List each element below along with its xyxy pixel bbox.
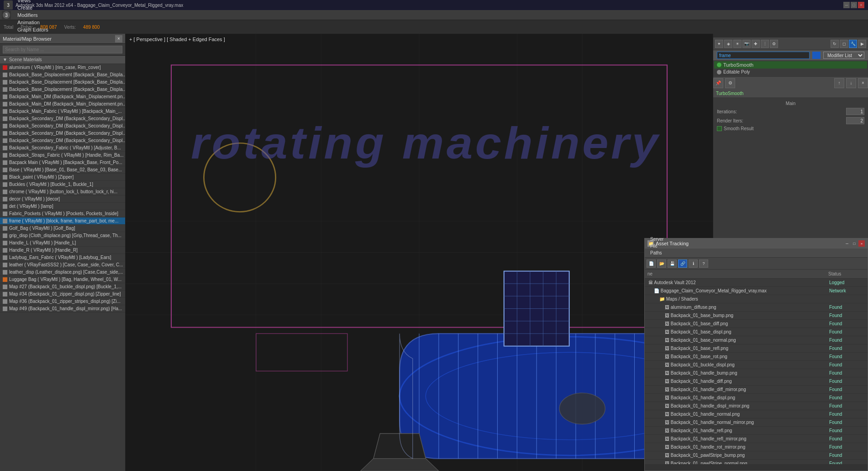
asset-row[interactable]: 🖼 Backpack_01_pawlStripe_bump.pngFound <box>645 451 868 460</box>
asset-close-btn[interactable]: × <box>858 240 865 247</box>
asset-row[interactable]: 🖼 Backpack_01_base_refl.pngFound <box>645 344 868 353</box>
mod-create-btn[interactable]: ✦ <box>715 40 723 48</box>
smooth-result-checkbox[interactable] <box>717 126 722 131</box>
asset-row[interactable]: 🖼 Backpack_01_buckle_displ.pngFound <box>645 361 868 369</box>
material-item[interactable]: Base ( VRayMtl ) [Base_01, Base_02, Base… <box>0 166 125 174</box>
close-btn[interactable]: × <box>858 2 864 8</box>
viewport-area[interactable]: + [ Perspective ] [ Shaded + Edged Faces… <box>126 34 713 471</box>
material-item[interactable]: Backpack_Straps_Fabric ( VRayMtl ) [Hand… <box>0 152 125 159</box>
material-item[interactable]: Handle_R ( VRayMtl ) [Handle_R] <box>0 247 125 254</box>
material-item[interactable]: Map #36 (Backpack_01_zipper_stripes_disp… <box>0 298 125 305</box>
material-browser-close[interactable]: × <box>115 35 122 42</box>
asset-row[interactable]: 🖼 Backpack_01_handle_normal.pngFound <box>645 410 868 418</box>
material-item[interactable]: chrome ( VRayMtl ) [button_lock_l, butto… <box>0 188 125 196</box>
asset-help-btn[interactable]: ? <box>699 259 708 268</box>
object-name-field[interactable]: frame <box>717 52 810 59</box>
mod-helper-btn[interactable]: ✚ <box>752 40 760 48</box>
mod-delete-btn[interactable]: × <box>858 78 868 88</box>
mod-arrow-up-btn[interactable]: ↑ <box>834 78 844 88</box>
menu-item-modifiers[interactable]: Modifiers <box>14 11 52 19</box>
iterations-input[interactable] <box>846 108 864 115</box>
mod-space-btn[interactable]: ⋮ <box>761 40 769 48</box>
material-item[interactable]: Ladybug_Ears_Fabric ( VRayMtl ) [Ladybug… <box>0 254 125 261</box>
mod-system-btn[interactable]: ⚙ <box>770 40 778 48</box>
asset-minimize-btn[interactable]: ─ <box>844 240 850 247</box>
material-item[interactable]: Backpack_Secondary_DM (Backpack_Secondar… <box>0 137 125 144</box>
mod-configure-btn[interactable]: ⚙ <box>725 78 735 88</box>
material-item[interactable]: Backpack_Secondary_DM (Backpack_Secondar… <box>0 122 125 130</box>
material-item[interactable]: leather_disp (Leather_displace.png) [Cas… <box>0 269 125 276</box>
material-item[interactable]: Backpack_Base_Displacement [Backpack_Bas… <box>0 79 125 86</box>
render-iters-input[interactable] <box>846 117 864 124</box>
material-item[interactable]: Map #34 (Backpack_01_zipper_displ.png) [… <box>0 291 125 298</box>
asset-row[interactable]: 🖼 Backpack_01_base_bump.pngFound <box>645 312 868 320</box>
asset-row[interactable]: 🖼 Backpack_01_base_diff.pngFound <box>645 320 868 328</box>
asset-row[interactable]: 🖼 Backpack_01_handle_refl.pngFound <box>645 427 868 435</box>
asset-row[interactable]: 🏛 Autodesk Vault 2012Logged <box>645 279 868 287</box>
material-item[interactable]: Golf_Bag ( VRayMtl ) [Golf_Bag] <box>0 225 125 232</box>
asset-row[interactable]: 🖼 Backpack_01_base_displ.pngFound <box>645 328 868 336</box>
asset-maximize-btn[interactable]: □ <box>851 240 857 247</box>
material-item[interactable]: Map #49 (Backpack_01_handle_displ_mirror… <box>0 305 125 312</box>
mod-utility-btn[interactable]: 🔧 <box>849 40 857 48</box>
menu-item-create[interactable]: Create <box>14 4 52 11</box>
object-color-swatch[interactable] <box>812 52 821 59</box>
material-item[interactable]: decor ( VRayMtl ) [decor] <box>0 196 125 203</box>
asset-menu-item-paths[interactable]: Paths <box>647 249 722 256</box>
mod-pin-btn[interactable]: 📌 <box>713 78 723 88</box>
modifier-list-dropdown[interactable]: Modifier List <box>823 52 864 59</box>
asset-menu-item-file[interactable]: File <box>647 243 722 249</box>
material-item[interactable]: Map #27 (Backpack_01_buckle_displ.png) [… <box>0 283 125 291</box>
asset-row[interactable]: 📄 Baggage_Claim_Conveyor_Metal_Rigged_vr… <box>645 287 868 295</box>
asset-row[interactable]: 📁 Maps / Shaders <box>645 295 868 303</box>
asset-row[interactable]: 🖼 Backpack_01_handle_displ.pngFound <box>645 394 868 402</box>
asset-open-btn[interactable]: 📂 <box>657 259 666 268</box>
asset-row[interactable]: 🖼 Backpack_01_handle_diff.pngFound <box>645 377 868 386</box>
material-item[interactable]: det ( VRayMtl ) [lamp] <box>0 203 125 210</box>
material-item[interactable]: Bacpack Main ( VRayMtl ) [Backpack_Base,… <box>0 159 125 166</box>
asset-row[interactable]: 🖼 Backpack_01_base_rot.pngFound <box>645 353 868 361</box>
asset-row[interactable]: 🖼 Backpack_01_pawlStripe_normal.pngFound <box>645 460 868 464</box>
material-item[interactable]: aluminium ( VRayMtl ) [rim_case, Rim_cov… <box>0 64 125 71</box>
asset-win-controls[interactable]: ─ □ × <box>844 240 865 247</box>
material-item[interactable]: Backpack_Secondary_DM (Backpack_Secondar… <box>0 115 125 122</box>
mod-light-btn[interactable]: ☀ <box>733 40 742 48</box>
material-item[interactable]: Handle_L ( VRayMtl ) [Handle_L] <box>0 239 125 247</box>
material-item[interactable]: Backpack_Main_DM (Backpack_Main_Displace… <box>0 101 125 108</box>
asset-row[interactable]: 🖼 Backpack_01_handle_rot_mirror.pngFound <box>645 443 868 451</box>
search-input[interactable] <box>3 46 122 53</box>
mod-arrow-down-btn[interactable]: ↓ <box>846 78 856 88</box>
material-item[interactable]: Luggage Bag ( VRayMtl ) [Bag, Handle, Wh… <box>0 276 125 283</box>
material-item[interactable]: leather ( VRayFastSSS2 ) [Case, Case_sid… <box>0 261 125 269</box>
mod-display-btn[interactable]: ◻ <box>840 40 848 48</box>
minimize-btn[interactable]: ─ <box>843 2 850 8</box>
material-item[interactable]: Backpack_Secondary_DM (Backpack_Secondar… <box>0 130 125 137</box>
mod-camera-btn[interactable]: 📷 <box>742 40 751 48</box>
asset-row[interactable]: 🖼 Backpack_01_handle_refl_mirror.pngFoun… <box>645 435 868 443</box>
material-item[interactable]: Buckles ( VRayMtl ) [Buckle_1, Buckle_1] <box>0 181 125 188</box>
material-item[interactable]: Backpack_Main_Fabric ( VRayMtl ) [Backpa… <box>0 108 125 115</box>
menu-item-views[interactable]: Views <box>14 0 52 4</box>
material-item[interactable]: Backpack_Secondary_Fabric ( VRayMtl ) [A… <box>0 144 125 152</box>
asset-info-btn[interactable]: ℹ <box>689 259 698 268</box>
asset-row[interactable]: 🖼 Backpack_01_handle_bump.pngFound <box>645 369 868 377</box>
material-item[interactable]: grip_disp (Cloth_displace.png) [Grip,Thr… <box>0 232 125 239</box>
editable-poly-modifier[interactable]: Editable Poly <box>714 69 867 75</box>
window-controls[interactable]: ─ □ × <box>843 2 864 8</box>
asset-row[interactable]: 🖼 Backpack_01_handle_diff_mirror.pngFoun… <box>645 386 868 394</box>
asset-menu-item-server[interactable]: Server <box>647 236 722 243</box>
asset-row[interactable]: 🖼 Backpack_01_base_normal.pngFound <box>645 336 868 344</box>
material-item[interactable]: Backpack_Base_Displacement [Backpack_Bas… <box>0 71 125 79</box>
asset-scrollbar[interactable] <box>645 464 868 471</box>
maximize-btn[interactable]: □ <box>851 2 857 8</box>
asset-save-btn[interactable]: 💾 <box>668 259 677 268</box>
asset-new-btn[interactable]: 📄 <box>647 259 656 268</box>
asset-row[interactable]: 🖼 Backpack_01_handle_displ_mirror.pngFou… <box>645 402 868 410</box>
asset-row[interactable]: 🖼 Backpack_01_handle_normal_mirror.pngFo… <box>645 418 868 427</box>
material-item[interactable]: frame ( VRayMtl ) [block, frame, frame_p… <box>0 217 125 225</box>
mod-motion-btn[interactable]: ↻ <box>831 40 839 48</box>
mod-extra-btn[interactable]: ▶ <box>858 40 866 48</box>
material-item[interactable]: Fabric_Pockets ( VRayMtl ) [Pockets, Poc… <box>0 210 125 217</box>
turbosmooth-modifier[interactable]: TurboSmooth <box>714 61 867 69</box>
asset-row[interactable]: 🖼 aluminium_diffuse.pngFound <box>645 303 868 312</box>
